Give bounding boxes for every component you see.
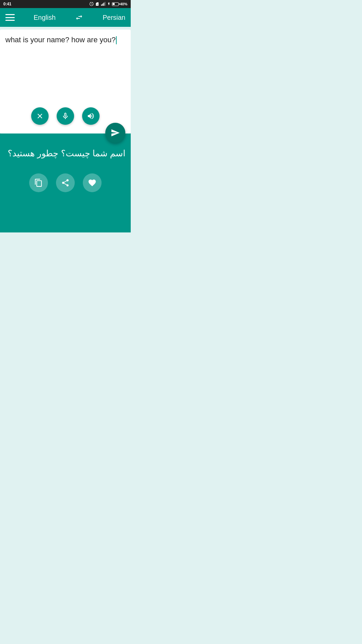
speaker-icon [87,112,95,120]
clear-icon [36,112,44,120]
favorite-button[interactable] [83,173,102,192]
swap-icon [74,13,84,21]
status-time: 0:41 [3,2,11,6]
share-button[interactable] [56,173,75,192]
output-actions [5,173,125,192]
copy-icon [34,178,43,187]
input-section: what is your name? how are you? [0,30,131,133]
speaker-button[interactable] [82,107,100,125]
source-language-button[interactable]: English [34,14,56,21]
status-bar: 0:41 40% [0,0,131,8]
svg-rect-0 [101,4,102,6]
send-icon [111,128,120,138]
alarm-icon [89,2,94,6]
sim-icon [95,2,99,6]
input-text-value: what is your name? how are you? [5,36,116,44]
text-cursor [116,36,117,44]
clear-button[interactable] [31,107,49,125]
menu-button[interactable] [5,14,15,21]
target-language-button[interactable]: Persian [103,14,125,21]
battery-percent: 40% [120,2,127,6]
translate-button[interactable] [105,123,125,143]
status-icons: 40% [89,2,127,6]
signal-icon [101,2,106,6]
battery-icon [112,2,119,6]
copy-button[interactable] [29,173,48,192]
input-actions [5,107,125,127]
translated-text: اسم شما چیست؟ چطور هستید؟ [5,147,125,160]
svg-rect-3 [105,2,105,6]
main-container: what is your name? how are you? [0,27,131,232]
header: English Persian [0,8,131,27]
microphone-icon [61,112,69,120]
share-icon [61,178,70,187]
microphone-button[interactable] [57,107,74,125]
source-text-input[interactable]: what is your name? how are you? [5,35,125,102]
output-section: اسم شما چیست؟ چطور هستید؟ [0,133,131,232]
swap-languages-button[interactable] [74,13,84,21]
heart-icon [88,178,97,187]
svg-rect-2 [104,3,104,6]
charging-icon [107,2,111,6]
svg-rect-1 [102,4,103,6]
